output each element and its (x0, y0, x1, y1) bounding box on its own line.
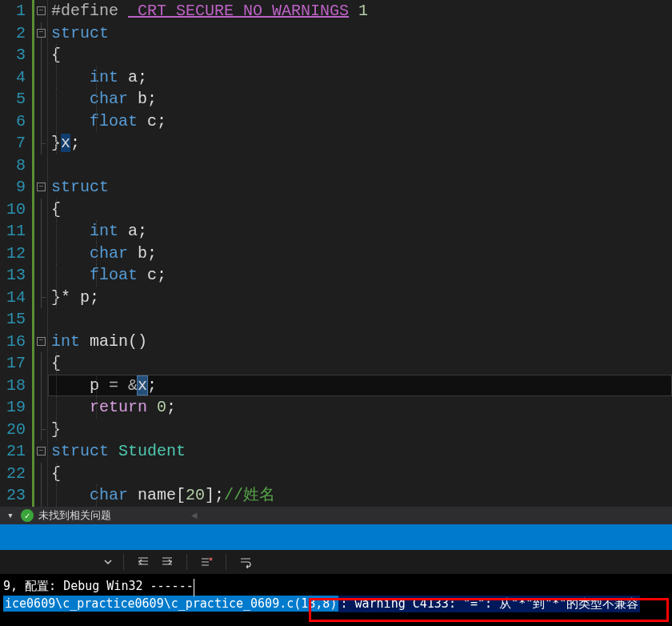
fold-toggle-icon[interactable]: − (37, 29, 46, 38)
code-line[interactable]: }* p; (48, 287, 672, 309)
line-number: 19 (0, 396, 26, 419)
separator (226, 554, 226, 570)
search-highlight: x (138, 376, 147, 395)
line-number: 5 (0, 88, 26, 110)
clear-list-icon[interactable] (198, 554, 214, 570)
fold-toggle-icon[interactable]: − (37, 183, 46, 191)
line-number: 11 (0, 220, 26, 243)
indent-left-icon[interactable] (135, 554, 151, 570)
fold-gutter[interactable]: − − − − − (32, 0, 48, 507)
line-number: 18 (0, 375, 26, 397)
line-number: 10 (0, 199, 26, 221)
line-number: 14 (0, 287, 26, 309)
line-number: 21 (0, 440, 26, 463)
code-editor[interactable]: 1 2 3 4 5 6 7 8 9 10 11 12 13 14 15 16 1… (0, 0, 672, 507)
build-output-panel[interactable]: 9, 配置: Debug Win32 ------ ice0609\c_prac… (0, 574, 672, 626)
line-number: 7 (0, 132, 26, 154)
code-line[interactable]: struct (48, 176, 672, 199)
line-number: 20 (0, 419, 26, 441)
code-line[interactable]: { (48, 463, 672, 485)
line-number: 13 (0, 264, 26, 287)
output-line-warning[interactable]: ice0609\c_practice0609\c_practice_0609.c… (3, 594, 669, 613)
code-line[interactable]: } (48, 419, 672, 441)
triangle-left-icon[interactable]: ◄ (191, 510, 198, 522)
line-number: 3 (0, 44, 26, 66)
line-number: 16 (0, 331, 26, 353)
line-number: 23 (0, 484, 26, 507)
code-line[interactable]: char b; (48, 88, 672, 110)
code-line[interactable]: char b; (48, 243, 672, 265)
code-line[interactable]: #define _CRT_SECURE_NO_WARNINGS 1 (48, 0, 672, 22)
code-line[interactable]: char name[20];//姓名 (48, 484, 672, 507)
output-warning-text: : warning C4133: "=": 从"*"到"*"的类型不兼容 (338, 596, 640, 612)
code-text-area[interactable]: #define _CRT_SECURE_NO_WARNINGS 1 struct… (48, 0, 672, 507)
code-line[interactable]: int a; (48, 220, 672, 243)
line-number: 9 (0, 176, 26, 199)
output-file-path[interactable]: ice0609\c_practice0609\c_practice_0609.c… (3, 596, 338, 612)
output-panel-header[interactable] (0, 524, 672, 550)
separator (123, 554, 124, 570)
line-number: 2 (0, 22, 26, 45)
fold-toggle-icon[interactable]: − (37, 337, 46, 346)
text-caret (194, 579, 194, 596)
code-line[interactable]: { (48, 44, 672, 66)
separator (186, 554, 187, 570)
code-line[interactable]: }x; (48, 132, 672, 154)
output-source-dropdown[interactable] (104, 558, 112, 566)
chevron-down-icon (104, 558, 112, 566)
search-highlight: x (61, 134, 70, 152)
fold-toggle-icon[interactable]: − (37, 6, 46, 15)
line-number: 6 (0, 110, 26, 133)
code-line[interactable]: struct (48, 22, 672, 45)
code-line[interactable]: { (48, 352, 672, 375)
code-line-current[interactable]: p = &x; (48, 375, 672, 397)
word-wrap-icon[interactable] (238, 554, 254, 570)
line-number: 15 (0, 308, 26, 331)
line-number: 22 (0, 463, 26, 485)
line-number: 8 (0, 154, 26, 177)
code-line[interactable] (48, 308, 672, 331)
check-circle-icon: ✓ (21, 509, 34, 522)
code-line[interactable]: struct Student (48, 440, 672, 463)
code-line[interactable]: return 0; (48, 396, 672, 419)
code-line[interactable]: float c; (48, 110, 672, 133)
line-number: 17 (0, 352, 26, 375)
error-list-status-bar: ▾ ✓ 未找到相关问题 ◄ (0, 507, 672, 524)
code-line[interactable]: int a; (48, 66, 672, 89)
code-line[interactable]: { (48, 199, 672, 221)
status-text: 未找到相关问题 (38, 508, 111, 523)
line-number-gutter: 1 2 3 4 5 6 7 8 9 10 11 12 13 14 15 16 1… (0, 0, 32, 507)
code-line[interactable]: int main() (48, 331, 672, 353)
output-toolbar (0, 550, 672, 574)
line-number: 4 (0, 66, 26, 89)
line-number: 1 (0, 0, 26, 22)
output-line: 9, 配置: Debug Win32 ------ (3, 579, 669, 594)
indent-right-icon[interactable] (159, 554, 175, 570)
fold-toggle-icon[interactable]: − (37, 447, 46, 455)
code-line[interactable]: float c; (48, 264, 672, 287)
line-number: 12 (0, 243, 26, 265)
chevron-down-icon[interactable]: ▾ (0, 509, 21, 522)
code-line[interactable] (48, 154, 672, 177)
